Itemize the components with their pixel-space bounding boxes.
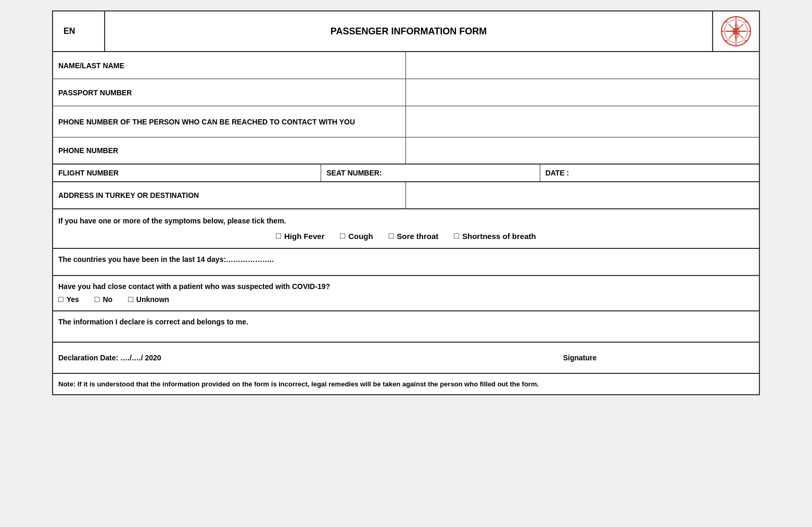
signature-section: Declaration Date: …./…./ 2020 Signature: [53, 343, 759, 374]
name-value[interactable]: [406, 52, 759, 79]
seat-number-label: SEAT NUMBER:: [321, 165, 540, 181]
high-fever-label: High Fever: [284, 232, 325, 241]
high-fever-checkbox[interactable]: □: [276, 231, 281, 241]
address-label: ADDRESS IN TURKEY OR DESTINATION: [53, 182, 406, 208]
phone-contact-value[interactable]: [406, 106, 759, 137]
covid-section: Have you had close contact with a patien…: [53, 276, 759, 311]
sore-throat-checkbox[interactable]: □: [389, 231, 394, 241]
covid-yes[interactable]: □ Yes: [58, 295, 79, 304]
declaration-date: Declaration Date: …./…./ 2020: [58, 354, 406, 362]
form-title: PASSENGER INFORMATION FORM: [105, 11, 712, 51]
note-section: Note: If it is understood that the infor…: [53, 374, 759, 394]
cough-checkbox[interactable]: □: [340, 231, 346, 241]
countries-section: The countries you have been in the last …: [53, 249, 759, 276]
svg-point-14: [745, 40, 746, 42]
flight-row: FLIGHT NUMBER SEAT NUMBER: DATE :: [53, 165, 759, 182]
note-text: Note: If it is understood that the infor…: [58, 380, 754, 388]
shortness-of-breath-label: Shortness of breath: [462, 232, 536, 241]
sore-throat-label: Sore throat: [397, 232, 438, 241]
symptom-sore-throat[interactable]: □ Sore throat: [389, 231, 439, 241]
covid-options: □ Yes □ No □ Unknown: [58, 295, 754, 304]
covid-no[interactable]: □ No: [95, 295, 112, 304]
countries-text: The countries you have been in the last …: [58, 255, 754, 264]
declaration-section: The information I declare is correct and…: [53, 311, 759, 343]
unknown-label: Unknown: [136, 295, 169, 304]
symptoms-list: □ High Fever □ Cough □ Sore throat □ Sho…: [58, 231, 754, 241]
phone-contact-row: PHONE NUMBER OF THE PERSON WHO CAN BE RE…: [53, 106, 759, 137]
flight-number-label: FLIGHT NUMBER: [53, 165, 321, 181]
address-value[interactable]: [406, 182, 759, 208]
no-label: No: [103, 295, 112, 304]
unknown-checkbox[interactable]: □: [128, 295, 133, 304]
symptoms-instruction: If you have one or more of the symptoms …: [58, 217, 754, 225]
symptom-cough[interactable]: □ Cough: [340, 231, 373, 241]
no-checkbox[interactable]: □: [95, 295, 100, 304]
name-row: NAME/LAST NAME: [53, 52, 759, 79]
svg-point-11: [726, 21, 728, 23]
passport-row: PASSPORT NUMBER: [53, 79, 759, 106]
declaration-text: The information I declare is correct and…: [58, 318, 754, 326]
phone-number-value[interactable]: [406, 137, 759, 164]
form-header: EN PASSENGER INFORMATION FORM: [53, 11, 759, 52]
address-row: ADDRESS IN TURKEY OR DESTINATION: [53, 182, 759, 209]
phone-number-row: PHONE NUMBER: [53, 137, 759, 165]
symptom-shortness-of-breath[interactable]: □ Shortness of breath: [454, 231, 536, 241]
ministry-logo: [720, 16, 752, 47]
symptoms-section: If you have one or more of the symptoms …: [53, 209, 759, 249]
symptom-high-fever[interactable]: □ High Fever: [276, 231, 324, 241]
covid-question: Have you had close contact with a patien…: [58, 282, 754, 291]
svg-point-12: [745, 21, 746, 23]
cough-label: Cough: [348, 232, 373, 241]
passport-value[interactable]: [406, 79, 759, 106]
yes-label: Yes: [67, 295, 79, 304]
covid-unknown[interactable]: □ Unknown: [128, 295, 169, 304]
logo-box: [712, 11, 759, 51]
date-label: DATE :: [540, 165, 759, 181]
passport-label: PASSPORT NUMBER: [53, 79, 406, 106]
passenger-form: EN PASSENGER INFORMATION FORM: [52, 10, 760, 395]
signature-label: Signature: [406, 354, 754, 362]
svg-point-10: [748, 31, 750, 32]
shortness-of-breath-checkbox[interactable]: □: [454, 231, 459, 241]
phone-contact-label: PHONE NUMBER OF THE PERSON WHO CAN BE RE…: [53, 106, 406, 137]
language-indicator: EN: [53, 11, 105, 51]
name-label: NAME/LAST NAME: [53, 52, 406, 79]
svg-point-7: [735, 18, 737, 19]
svg-point-8: [735, 44, 737, 45]
phone-number-label: PHONE NUMBER: [53, 137, 406, 164]
svg-point-13: [726, 40, 728, 42]
yes-checkbox[interactable]: □: [58, 295, 64, 304]
svg-point-9: [722, 31, 724, 32]
